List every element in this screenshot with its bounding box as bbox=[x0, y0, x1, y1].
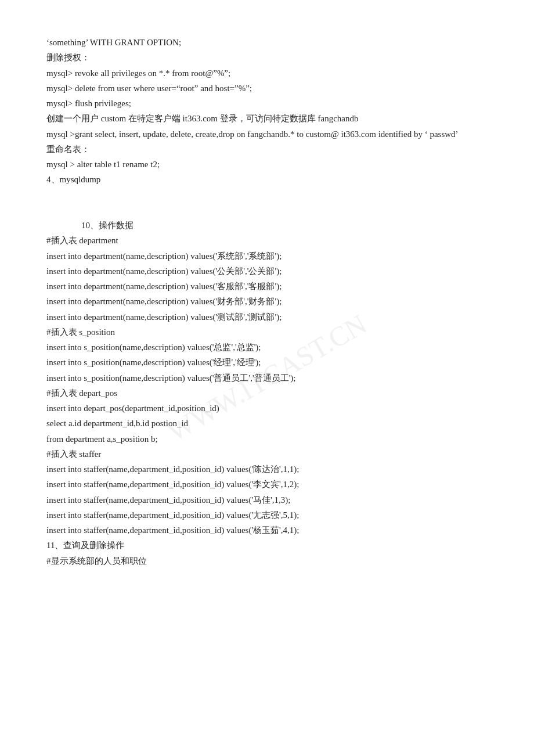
text-line: 创建一个用户 custom 在特定客户端 it363.com 登录，可访问特定数… bbox=[46, 111, 488, 126]
text-line: insert into department(name,description)… bbox=[46, 264, 488, 279]
text-line: 4、mysqldump bbox=[46, 172, 488, 187]
text-line: insert into department(name,description)… bbox=[46, 294, 488, 309]
text-line bbox=[46, 188, 488, 203]
text-line: #插入表 s_position bbox=[46, 325, 488, 340]
text-line: mysql >grant select, insert, update, del… bbox=[46, 127, 488, 142]
text-line: 删除授权： bbox=[46, 50, 488, 65]
text-line: insert into staffer(name,department_id,p… bbox=[46, 492, 488, 507]
text-line: insert into staffer(name,department_id,p… bbox=[46, 462, 488, 477]
text-line: #插入表 depart_pos bbox=[46, 386, 488, 401]
text-line: 10、操作数据 bbox=[46, 218, 488, 233]
text-line: #插入表 staffer bbox=[46, 447, 488, 462]
text-line: insert into staffer(name,department_id,p… bbox=[46, 523, 488, 538]
text-line: insert into s_position(name,description)… bbox=[46, 370, 488, 386]
text-line: insert into department(name,description)… bbox=[46, 279, 488, 294]
text-line: insert into depart_pos(department_id,pos… bbox=[46, 401, 488, 416]
document-content: ‘something’ WITH GRANT OPTION;删除授权：mysql… bbox=[46, 35, 488, 568]
text-line: insert into department(name,description)… bbox=[46, 309, 488, 325]
text-line: 重命名表： bbox=[46, 142, 488, 157]
text-line: select a.id department_id,b.id postion_i… bbox=[46, 416, 488, 431]
text-line: 11、查询及删除操作 bbox=[46, 538, 488, 553]
text-line: insert into s_position(name,description)… bbox=[46, 355, 488, 370]
text-line: #插入表 department bbox=[46, 233, 488, 248]
text-line: insert into department(name,description)… bbox=[46, 249, 488, 264]
text-line: insert into staffer(name,department_id,p… bbox=[46, 477, 488, 492]
text-line: mysql> delete from user where user=“root… bbox=[46, 81, 488, 96]
text-line: insert into staffer(name,department_id,p… bbox=[46, 507, 488, 523]
text-line: #显示系统部的人员和职位 bbox=[46, 553, 488, 568]
text-line: mysql > alter table t1 rename t2; bbox=[46, 157, 488, 172]
text-line: mysql> revoke all privileges on *.* from… bbox=[46, 66, 488, 81]
text-line: ‘something’ WITH GRANT OPTION; bbox=[46, 35, 488, 50]
text-line: from department a,s_position b; bbox=[46, 431, 488, 447]
text-line: mysql> flush privileges; bbox=[46, 96, 488, 111]
text-line bbox=[46, 203, 488, 218]
text-line: insert into s_position(name,description)… bbox=[46, 340, 488, 355]
